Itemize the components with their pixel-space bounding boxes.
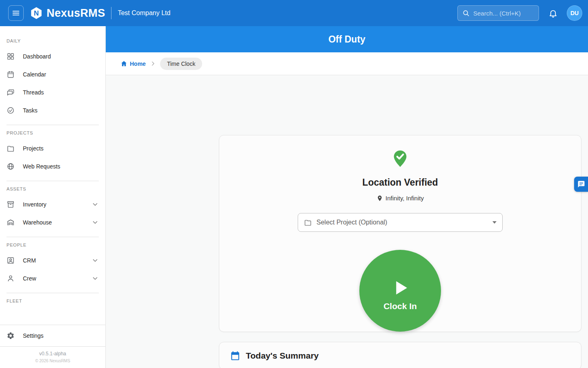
sidebar-nav: DAILY Dashboard Calendar: [0, 26, 105, 325]
search-icon: [462, 9, 470, 17]
sidebar-footer: v0.5.1-alpha © 2026 NexusRMS: [0, 346, 105, 368]
app-logo[interactable]: N NexusRMS: [29, 6, 105, 20]
sidebar-divider: [7, 293, 99, 293]
breadcrumb-current: Time Clock: [160, 58, 203, 70]
location-pin-icon: [376, 195, 383, 202]
sidebar-section-assets: ASSETS: [0, 186, 105, 191]
sidebar-item-label: Inventory: [23, 201, 47, 208]
sidebar-item-label: Threads: [23, 89, 44, 96]
topbar-divider: [111, 7, 111, 19]
location-verified-icon: [391, 149, 410, 168]
clock-in-label: Clock In: [383, 301, 417, 311]
sidebar-item-label: CRM: [23, 257, 36, 264]
app-copyright: © 2026 NexusRMS: [0, 359, 105, 363]
breadcrumb-home-link[interactable]: Home: [120, 60, 146, 67]
sidebar-item-projects[interactable]: Projects: [0, 139, 105, 157]
breadcrumb-home-label: Home: [130, 61, 146, 67]
folder-icon: [304, 218, 312, 227]
sidebar-item-label: Warehouse: [23, 219, 52, 226]
crew-icon: [7, 274, 15, 283]
sidebar-item-settings[interactable]: Settings: [0, 325, 105, 346]
time-clock-card: Location Verified Infinity, Infinity: [219, 135, 581, 332]
logo-icon: N: [29, 6, 43, 20]
breadcrumb: Home Time Clock: [106, 52, 588, 75]
notifications-button[interactable]: [545, 5, 561, 21]
clock-in-button[interactable]: Clock In: [359, 250, 441, 332]
sidebar-divider: [7, 181, 99, 181]
user-avatar[interactable]: DU: [567, 5, 582, 21]
duty-status-banner: Off Duty: [106, 26, 588, 52]
sidebar-item-dashboard[interactable]: Dashboard: [0, 47, 105, 65]
sidebar-item-threads[interactable]: Threads: [0, 83, 105, 101]
settings-icon: [7, 332, 15, 340]
threads-icon: [7, 88, 15, 96]
chat-icon: [577, 180, 585, 188]
sidebar-section-fleet: FLEET: [0, 298, 105, 303]
sidebar-item-crew[interactable]: Crew: [0, 269, 105, 287]
inventory-icon: [7, 200, 15, 209]
dashboard-icon: [7, 52, 15, 61]
tasks-icon: [7, 106, 15, 114]
breadcrumb-chevron-icon: [150, 61, 156, 67]
sidebar-item-tasks[interactable]: Tasks: [0, 101, 105, 119]
sidebar-item-label: Settings: [23, 332, 44, 339]
svg-text:N: N: [34, 9, 39, 17]
menu-button[interactable]: [8, 5, 24, 21]
location-text: Infinity, Infinity: [385, 195, 424, 202]
sidebar-section-people: PEOPLE: [0, 242, 105, 247]
location-coordinates: Infinity, Infinity: [376, 195, 424, 202]
project-select[interactable]: Select Project (Optional): [298, 213, 503, 232]
main-area: Off Duty Home Time Clock: [106, 26, 588, 368]
app-version: v0.5.1-alpha: [0, 351, 105, 357]
todays-summary-card: Today's Summary: [219, 342, 581, 368]
projects-icon: [7, 144, 15, 153]
play-icon: [388, 276, 412, 300]
warehouse-icon: [7, 218, 15, 227]
menu-icon: [11, 9, 20, 18]
sidebar-item-warehouse[interactable]: Warehouse: [0, 213, 105, 231]
chevron-down-icon: [91, 201, 99, 208]
sidebar-section-daily: DAILY: [0, 38, 105, 43]
web-requests-icon: [7, 162, 15, 171]
sidebar-divider: [7, 237, 99, 237]
global-search[interactable]: [457, 5, 539, 21]
summary-calendar-icon: [230, 350, 241, 361]
sidebar-item-label: Crew: [23, 275, 36, 282]
search-input[interactable]: [473, 10, 535, 17]
project-select-placeholder: Select Project (Optional): [316, 219, 387, 226]
sidebar-item-label: Web Requests: [23, 163, 60, 170]
chevron-down-icon: [91, 275, 99, 282]
location-status-title: Location Verified: [362, 177, 438, 188]
home-icon: [120, 60, 127, 67]
select-caret-icon: [492, 221, 497, 224]
chevron-down-icon: [91, 219, 99, 226]
crm-icon: [7, 256, 15, 265]
sidebar-item-crm[interactable]: CRM: [0, 251, 105, 269]
sidebar-item-label: Tasks: [23, 107, 38, 114]
sidebar-item-label: Dashboard: [23, 53, 51, 60]
company-name: Test Company Ltd: [118, 9, 170, 17]
bell-icon: [548, 9, 558, 18]
sidebar-item-label: Calendar: [23, 71, 46, 78]
sidebar-item-calendar[interactable]: Calendar: [0, 65, 105, 83]
page-content: Location Verified Infinity, Infinity: [106, 75, 588, 368]
top-bar: N NexusRMS Test Company Ltd DU: [0, 0, 588, 26]
feedback-chat-tab[interactable]: [574, 177, 588, 192]
sidebar: DAILY Dashboard Calendar: [0, 26, 106, 368]
app-name: NexusRMS: [47, 7, 105, 20]
calendar-icon: [7, 70, 15, 79]
summary-title: Today's Summary: [246, 351, 319, 361]
chevron-down-icon: [91, 257, 99, 264]
sidebar-item-inventory[interactable]: Inventory: [0, 195, 105, 213]
sidebar-item-web-requests[interactable]: Web Requests: [0, 157, 105, 175]
sidebar-item-label: Projects: [23, 145, 44, 152]
sidebar-divider: [7, 125, 99, 125]
sidebar-section-projects: PROJECTS: [0, 130, 105, 135]
sidebar-bottom: Settings v0.5.1-alpha © 2026 NexusRMS: [0, 325, 105, 368]
